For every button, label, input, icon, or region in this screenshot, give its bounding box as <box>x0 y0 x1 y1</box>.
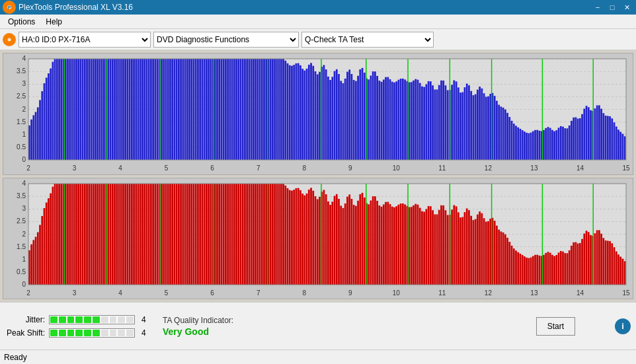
peak-shift-value: 4 <box>141 328 149 338</box>
title-bar: P PlexTools Professional XL V3.16 − □ ✕ <box>0 0 636 15</box>
svg-point-4 <box>8 38 11 41</box>
menu-help[interactable]: Help <box>40 16 67 28</box>
quality-label: TA Quality Indicator: <box>163 316 233 325</box>
drive-selector[interactable]: HA:0 ID:0 PX-716A <box>19 32 151 48</box>
jitter-label: Jitter: <box>5 315 45 324</box>
bottom-chart-container <box>3 178 633 300</box>
maximize-button[interactable]: □ <box>606 2 619 13</box>
metrics-section: Jitter: 4 Peak Shift: 4 <box>5 315 149 338</box>
svg-text:P: P <box>8 5 11 10</box>
status-bar: Ready <box>0 349 636 364</box>
quality-value: Very Good <box>163 326 209 337</box>
main-content <box>0 50 636 302</box>
app-icon: P <box>3 1 16 14</box>
peak-shift-meter <box>49 328 135 338</box>
minimize-button[interactable]: − <box>591 2 604 13</box>
toolbar: HA:0 ID:0 PX-716A DVD Diagnostic Functio… <box>0 29 636 50</box>
bottom-panel: Jitter: 4 Peak Shift: 4 TA Quality Indic… <box>0 302 636 349</box>
quality-section: TA Quality Indicator: Very Good <box>163 316 233 337</box>
menu-options[interactable]: Options <box>3 16 40 28</box>
test-selector[interactable]: Q-Check TA Test <box>301 32 434 48</box>
top-chart <box>3 54 633 174</box>
close-button[interactable]: ✕ <box>620 2 633 13</box>
bottom-chart <box>3 178 633 299</box>
info-button[interactable]: i <box>615 318 631 334</box>
status-text: Ready <box>4 353 27 362</box>
menu-bar: Options Help <box>0 15 636 29</box>
peak-shift-row: Peak Shift: 4 <box>5 328 149 338</box>
jitter-meter <box>49 315 135 324</box>
jitter-row: Jitter: 4 <box>5 315 149 324</box>
start-button[interactable]: Start <box>536 317 575 336</box>
peak-shift-label: Peak Shift: <box>5 328 45 338</box>
jitter-value: 4 <box>141 315 149 324</box>
app-title: PlexTools Professional XL V3.16 <box>19 3 133 12</box>
drive-icon <box>3 33 16 46</box>
function-selector[interactable]: DVD Diagnostic Functions <box>153 32 299 48</box>
top-chart-container <box>3 53 633 175</box>
